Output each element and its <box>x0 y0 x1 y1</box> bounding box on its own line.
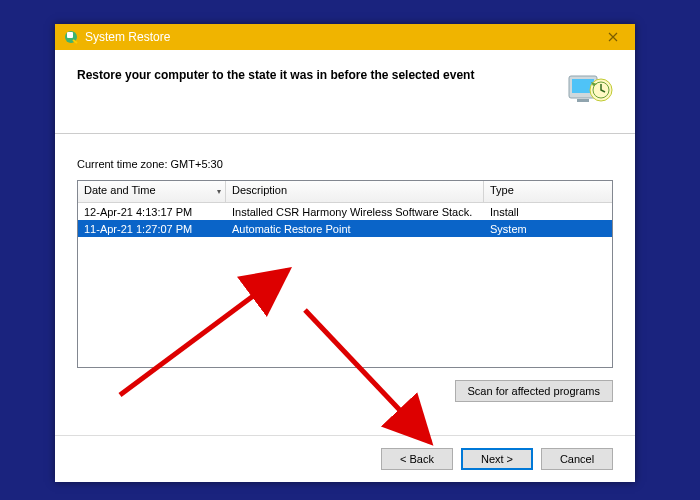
table-header: Date and Time ▾ Description Type <box>78 181 612 203</box>
col-type-label: Type <box>490 184 514 196</box>
col-date[interactable]: Date and Time ▾ <box>78 181 226 202</box>
col-description-label: Description <box>232 184 287 196</box>
next-button[interactable]: Next > <box>461 448 533 470</box>
window-title: System Restore <box>85 30 587 44</box>
page-title: Restore your computer to the state it wa… <box>77 68 551 82</box>
sort-desc-icon: ▾ <box>217 187 221 196</box>
table-cell: 12-Apr-21 4:13:17 PM <box>78 205 226 219</box>
body: Current time zone: GMT+5:30 Date and Tim… <box>55 134 635 435</box>
timezone-label: Current time zone: GMT+5:30 <box>77 158 613 170</box>
svg-rect-1 <box>67 32 73 38</box>
table-cell: Install <box>484 205 612 219</box>
table-cell: Automatic Restore Point <box>226 222 484 236</box>
system-restore-window: System Restore Restore your computer to … <box>55 24 635 482</box>
titlebar[interactable]: System Restore <box>55 24 635 50</box>
close-button[interactable] <box>593 24 633 50</box>
back-button[interactable]: < Back <box>381 448 453 470</box>
app-icon <box>63 29 79 45</box>
col-type[interactable]: Type <box>484 181 612 202</box>
cancel-button[interactable]: Cancel <box>541 448 613 470</box>
table-body: 12-Apr-21 4:13:17 PMInstalled CSR Harmon… <box>78 203 612 237</box>
table-cell: System <box>484 222 612 236</box>
header: Restore your computer to the state it wa… <box>55 50 635 134</box>
footer: < Back Next > Cancel <box>55 435 635 482</box>
table-row[interactable]: 12-Apr-21 4:13:17 PMInstalled CSR Harmon… <box>78 203 612 220</box>
table-row[interactable]: 11-Apr-21 1:27:07 PMAutomatic Restore Po… <box>78 220 612 237</box>
col-date-label: Date and Time <box>84 184 156 196</box>
restore-points-table[interactable]: Date and Time ▾ Description Type 12-Apr-… <box>77 180 613 368</box>
col-description[interactable]: Description <box>226 181 484 202</box>
scan-affected-button[interactable]: Scan for affected programs <box>455 380 613 402</box>
restore-hero-icon <box>567 68 613 108</box>
svg-rect-4 <box>577 99 589 102</box>
table-cell: 11-Apr-21 1:27:07 PM <box>78 222 226 236</box>
table-cell: Installed CSR Harmony Wireless Software … <box>226 205 484 219</box>
